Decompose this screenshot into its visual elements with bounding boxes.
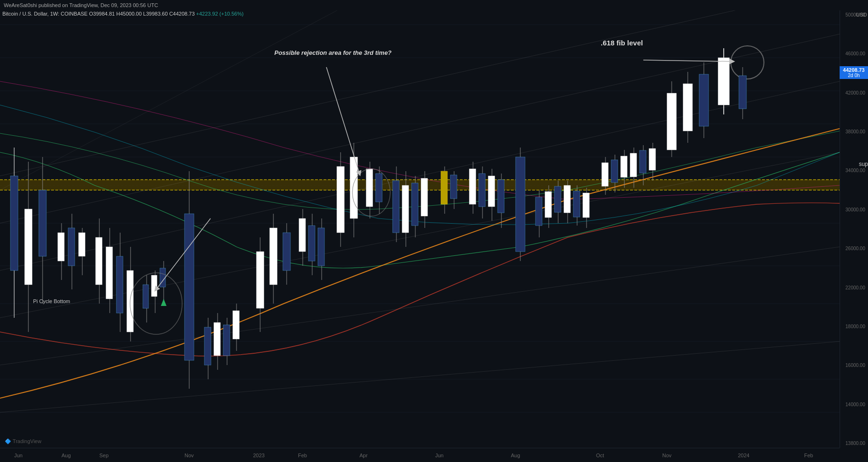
svg-rect-118 — [611, 160, 618, 183]
svg-rect-53 — [204, 327, 211, 365]
x-label-feb2: Feb — [804, 453, 813, 458]
y-label-38000: 38000.00 — [841, 129, 867, 134]
svg-rect-75 — [350, 157, 358, 218]
svg-rect-122 — [630, 153, 637, 177]
y-label-42000: 42000.00 — [841, 90, 867, 96]
svg-rect-34 — [79, 233, 85, 256]
sup-text: sup — [859, 161, 868, 167]
currency-label: USD — [856, 12, 867, 17]
sup-label: sup — [859, 161, 868, 167]
svg-rect-102 — [516, 157, 525, 252]
publisher-label: WeAreSat0shi published on TradingView, D… — [4, 2, 158, 8]
y-label-34000: 34000.00 — [841, 168, 867, 173]
svg-rect-73 — [337, 166, 344, 233]
svg-rect-116 — [602, 163, 608, 186]
symbol-pair: / U.S. Dollar, 1W: — [19, 11, 61, 17]
svg-rect-82 — [393, 181, 399, 233]
svg-rect-65 — [283, 233, 290, 270]
svg-rect-32 — [68, 228, 75, 266]
y-label-18000: 18000.00 — [841, 324, 867, 329]
svg-rect-59 — [233, 311, 239, 339]
y-label-46000: 46000.00 — [841, 51, 867, 56]
x-label-apr: Apr — [359, 453, 368, 458]
symbol-name: Bitcoin — [2, 11, 18, 17]
svg-rect-63 — [270, 228, 277, 285]
svg-rect-46 — [151, 275, 157, 296]
ohlc-low: L39983.60 — [143, 11, 168, 17]
svg-rect-100 — [498, 180, 504, 213]
tradingview-logo: 🔷 TradingView — [5, 437, 43, 445]
svg-rect-38 — [106, 247, 113, 299]
svg-rect-126 — [649, 148, 656, 170]
chart-area: Possible rejection area for the 3rd time… — [0, 10, 840, 448]
svg-text:🔷 TradingView: 🔷 TradingView — [5, 438, 41, 445]
ohlc-open: O39984.81 — [89, 11, 114, 17]
svg-rect-71 — [318, 228, 324, 266]
ohlc-high: H45000.00 — [116, 11, 142, 17]
svg-rect-44 — [143, 285, 149, 308]
svg-rect-79 — [376, 174, 382, 202]
y-label-30000: 30000.00 — [841, 207, 867, 212]
x-label-jun2: Jun — [435, 453, 444, 458]
svg-rect-98 — [488, 176, 495, 207]
svg-rect-51 — [184, 214, 194, 360]
x-label-aug2: Aug — [511, 453, 520, 458]
x-axis: Jun Aug Sep Nov 2023 Feb Apr Jun Aug Oct… — [0, 448, 840, 462]
price-change: +4223.92 (+10.56%) — [196, 11, 244, 17]
svg-rect-114 — [583, 193, 589, 218]
svg-rect-110 — [564, 185, 570, 213]
x-label-jun: Jun — [14, 453, 23, 458]
svg-rect-86 — [412, 183, 418, 226]
svg-rect-55 — [214, 323, 220, 356]
svg-rect-13 — [0, 180, 840, 190]
svg-rect-124 — [640, 150, 646, 173]
ohlc-close: C44208.73 — [169, 11, 195, 17]
svg-rect-106 — [545, 192, 552, 218]
x-label-nov2: Nov — [662, 453, 672, 458]
currency-text: USD — [856, 12, 867, 17]
svg-rect-104 — [535, 197, 542, 226]
x-label-oct: Oct — [596, 453, 604, 458]
chart-svg — [0, 10, 840, 448]
svg-rect-67 — [299, 218, 306, 252]
x-label-2024: 2024 — [738, 453, 749, 458]
price-tag: 44208.73 2d 0h — [840, 66, 868, 79]
y-label-16000: 16000.00 — [841, 363, 867, 368]
svg-rect-77 — [366, 169, 373, 207]
svg-rect-94 — [469, 169, 476, 204]
svg-rect-112 — [573, 191, 580, 217]
svg-rect-40 — [116, 256, 123, 313]
svg-rect-96 — [479, 174, 485, 207]
svg-rect-26 — [25, 209, 32, 285]
x-label-nov: Nov — [184, 453, 194, 458]
svg-rect-28 — [39, 190, 46, 256]
svg-rect-69 — [308, 226, 315, 261]
instrument-bar: Bitcoin / U.S. Dollar, 1W: COINBASE O399… — [2, 10, 244, 17]
top-bar: WeAreSat0shi published on TradingView, D… — [0, 0, 868, 10]
y-label-14000: 14000.00 — [841, 402, 867, 407]
exchange-label: COINBASE — [61, 11, 89, 17]
instrument-symbol: Bitcoin / U.S. Dollar, 1W: COINBASE O399… — [2, 11, 244, 17]
svg-rect-120 — [621, 156, 627, 177]
svg-rect-90 — [441, 171, 447, 204]
svg-rect-88 — [421, 178, 428, 216]
svg-rect-36 — [96, 237, 102, 285]
x-label-2023: 2023 — [253, 453, 264, 458]
svg-rect-128 — [667, 93, 676, 150]
x-label-feb: Feb — [298, 453, 307, 458]
x-label-sep: Sep — [99, 453, 109, 458]
svg-rect-134 — [718, 58, 729, 105]
svg-rect-92 — [450, 175, 457, 199]
chart-container: WeAreSat0shi published on TradingView, D… — [0, 0, 868, 462]
y-label-26000: 26000.00 — [841, 246, 867, 251]
svg-rect-61 — [256, 252, 264, 308]
svg-rect-84 — [402, 185, 409, 233]
y-label-13800: 13800.00 — [841, 441, 867, 446]
svg-rect-0 — [0, 10, 840, 448]
svg-rect-48 — [160, 268, 166, 287]
svg-rect-30 — [58, 233, 64, 261]
svg-rect-130 — [683, 84, 693, 131]
svg-rect-137 — [739, 76, 746, 109]
svg-rect-57 — [223, 325, 230, 356]
x-label-aug: Aug — [61, 453, 71, 458]
